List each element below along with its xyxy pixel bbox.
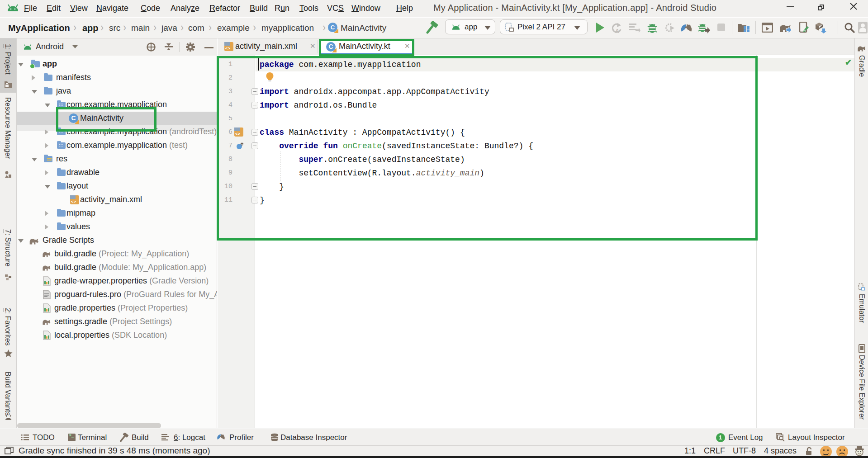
svg-text:A: A	[615, 28, 620, 34]
